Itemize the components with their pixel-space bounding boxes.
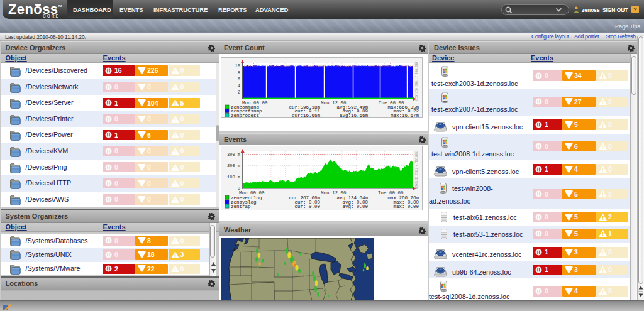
svg-text:Tue 00:00: Tue 00:00 [378,190,404,195]
svg-text:avg: 0.00: avg: 0.00 [342,204,368,209]
svg-text:RRDTOOL / TOBI OETIKER: RRDTOOL / TOBI OETIKER [414,151,418,189]
svg-text:10: 10 [235,63,240,68]
svg-text:6: 6 [238,77,240,82]
svg-text:RRDTOOL / TOBI OETIKER: RRDTOOL / TOBI OETIKER [414,62,418,101]
svg-text:Mon 12:00: Mon 12:00 [321,190,347,195]
svg-text:cur:16.66m: cur:16.66m [292,112,321,117]
svg-text:300 m: 300 m [227,152,240,157]
svg-text:zentrap: zentrap [231,204,251,209]
svg-text:max: 0.00: max: 0.00 [393,204,419,209]
svg-text:Mon 00:00: Mon 00:00 [239,190,265,195]
svg-text:max:16.67m: max:16.67m [391,112,419,117]
svg-text:100 m: 100 m [227,175,240,180]
svg-text:zenprocess: zenprocess [231,112,259,117]
svg-text:2: 2 [238,90,240,95]
svg-text:cur: 0.00: cur: 0.00 [294,204,320,209]
svg-text:200 m: 200 m [227,163,240,168]
svg-text:8: 8 [238,70,240,75]
svg-text:4: 4 [238,83,240,88]
svg-text:avg:16.66m: avg:16.66m [340,112,369,117]
